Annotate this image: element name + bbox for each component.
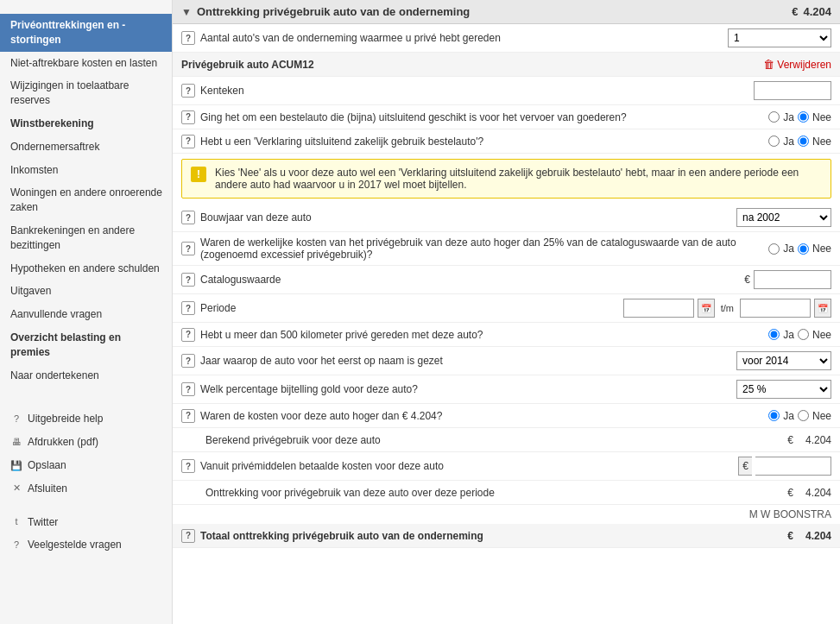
sidebar-tool-uitgebreide-help[interactable]: ?Uitgebreide help <box>0 407 172 431</box>
help-werkelijke[interactable]: ? <box>181 242 195 255</box>
sidebar-item-aanvullende[interactable]: Aanvullende vragen <box>0 303 172 326</box>
twitter-label: Twitter <box>28 515 58 530</box>
meer500-ja-radio[interactable] <box>768 329 780 340</box>
bestel-radio-group: Ja Nee <box>768 111 831 123</box>
sidebar-item-woningen[interactable]: Woningen en andere onroerende zaken <box>0 181 172 219</box>
section-header: ▼ Onttrekking privégebruik auto van de o… <box>173 0 840 24</box>
kosten-ja-radio[interactable] <box>768 410 780 421</box>
sidebar-tool-afdrukken[interactable]: 🖶Afdrukken (pdf) <box>0 431 172 454</box>
sidebar-item-niet-aftrekbare[interactable]: Niet-aftrekbare kosten en lasten <box>0 52 172 75</box>
catalogus-value: € 16.819 <box>744 270 831 289</box>
verwijderen-button[interactable]: 🗑 Verwijderen <box>763 58 831 71</box>
vanuit-label: Vanuit privémiddelen betaalde kosten voo… <box>200 460 733 472</box>
meer500-nee-radio[interactable] <box>798 329 809 340</box>
naam-value: voor 20142014201520162017 <box>736 351 831 370</box>
periode-value: 01-01-2017 📅 t/m 31-12-2017 📅 <box>623 299 831 318</box>
catalogus-row: ? Cataloguswaarde € 16.819 <box>173 266 840 294</box>
verklaring-ja-radio[interactable] <box>768 136 780 147</box>
sidebar-item-uitgaven[interactable]: Uitgaven <box>0 280 172 303</box>
totaal-value: € 4.204 <box>787 530 831 542</box>
help-vanuit[interactable]: ? <box>181 459 195 473</box>
sidebar-item-overzicht[interactable]: Overzicht belasting en premies <box>0 326 172 364</box>
werkelijke-label: Waren de werkelijke kosten van het privé… <box>200 236 763 261</box>
collapse-arrow[interactable]: ▼ <box>181 6 192 18</box>
help-aantal[interactable]: ? <box>181 31 195 45</box>
totaal-amount: 4.204 <box>797 530 831 542</box>
calendar-to-icon[interactable]: 📅 <box>814 299 831 318</box>
sidebar-item-inkomsten[interactable]: Inkomsten <box>0 159 172 182</box>
berekend-value: € 4.204 <box>787 434 831 446</box>
onttrekking-amount: 4.204 <box>797 487 831 499</box>
aantal-label: Aantal auto's van de onderneming waarmee… <box>200 32 723 44</box>
sidebar-item-winstberekening[interactable]: Winstberekening <box>0 112 172 136</box>
bestel-label: Ging het om een bestelauto die (bijna) u… <box>200 111 763 123</box>
sidebar-social-twitter[interactable]: tTwitter <box>0 511 172 534</box>
help-verklaring[interactable]: ? <box>181 135 195 148</box>
meer500-radio-group: Ja Nee <box>768 329 831 341</box>
bouwjaar-value: voor 19871987-19992000-2002na 2002 <box>736 208 831 227</box>
help-kosten[interactable]: ? <box>181 409 195 423</box>
werkelijke-nee-label: Nee <box>812 243 831 255</box>
sidebar-item-ondernemersaftrek[interactable]: Ondernemersaftrek <box>0 136 172 159</box>
sidebar-item-ondertekenen[interactable]: Naar ondertekenen <box>0 364 172 388</box>
percentage-label: Welk percentage bijtelling gold voor dez… <box>200 383 731 395</box>
help-catalogus[interactable]: ? <box>181 273 195 287</box>
onttrekking-label: Onttrekking voor privégebruik van deze a… <box>205 487 782 499</box>
verklaring-nee-radio[interactable] <box>798 136 809 147</box>
twitter-icon: t <box>10 515 22 528</box>
help-naam[interactable]: ? <box>181 354 195 368</box>
werkelijke-ja-radio[interactable] <box>768 243 780 255</box>
werkelijke-nee-radio[interactable] <box>798 243 809 255</box>
vanuit-input[interactable] <box>755 457 831 476</box>
periode-label: Periode <box>200 302 618 314</box>
help-totaal[interactable]: ? <box>181 529 195 543</box>
kosten-nee-label: Nee <box>812 410 831 422</box>
afsluiten-label: Afsluiten <box>28 482 67 496</box>
werkelijke-radio-group: Ja Nee <box>768 243 831 255</box>
onttrekking-row: Onttrekking voor privégebruik van deze a… <box>173 481 840 505</box>
sidebar-item-privé-onttrekkingen[interactable]: Privéonttrekkingen en -stortingen <box>0 14 172 52</box>
naam-select[interactable]: voor 20142014201520162017 <box>736 351 831 370</box>
kosten-nee-radio[interactable] <box>798 410 809 421</box>
uitgebreide-help-label: Uitgebreide help <box>28 412 103 426</box>
bestel-row: ? Ging het om een bestelauto die (bijna)… <box>173 105 840 129</box>
kosten-ja-label: Ja <box>783 410 794 422</box>
bestel-ja-radio[interactable] <box>768 111 780 123</box>
help-meer500[interactable]: ? <box>181 328 195 342</box>
verklaring-row: ? Hebt u een 'Verklaring uitsluitend zak… <box>173 129 840 154</box>
sidebar-tool-afsluiten[interactable]: ✕Afsluiten <box>0 477 172 501</box>
periode-from-input[interactable]: 01-01-2017 <box>623 299 694 318</box>
berekend-euro: € <box>787 434 793 446</box>
verklaring-label: Hebt u een 'Verklaring uitsluitend zakel… <box>200 136 763 148</box>
percentage-select[interactable]: 7 %14 %20 %25 % <box>736 380 831 399</box>
meer500-label: Hebt u meer dan 500 kilometer privé gere… <box>200 329 763 341</box>
aantal-select[interactable]: 123 <box>728 28 831 47</box>
help-percentage[interactable]: ? <box>181 382 195 396</box>
trash-icon: 🗑 <box>763 58 774 71</box>
meer500-ja-label: Ja <box>783 329 794 341</box>
periode-to-input[interactable]: 31-12-2017 <box>740 299 811 318</box>
help-periode[interactable]: ? <box>181 301 195 315</box>
sidebar-social-veelgestelde[interactable]: ?Veelgestelde vragen <box>0 533 172 557</box>
sidebar-item-wijzigingen[interactable]: Wijzigingen in toelaatbare reserves <box>0 74 172 112</box>
help-kenteken[interactable]: ? <box>181 84 195 98</box>
catalogus-input[interactable]: 16.819 <box>754 270 831 289</box>
kenteken-label: Kenteken <box>200 85 748 97</box>
catalogus-euro: € <box>744 274 750 286</box>
bouwjaar-select[interactable]: voor 19871987-19992000-2002na 2002 <box>736 208 831 227</box>
form-area: ? Aantal auto's van de onderneming waarm… <box>173 24 840 548</box>
sidebar-item-hypotheken[interactable]: Hypotheken en andere schulden <box>0 257 172 280</box>
opslaan-icon: 💾 <box>10 459 22 472</box>
bestel-nee-radio[interactable] <box>798 111 809 123</box>
vanuit-euro-prefix: € <box>738 457 752 476</box>
vanuit-row: ? Vanuit privémiddelen betaalde kosten v… <box>173 452 840 481</box>
help-bouwjaar[interactable]: ? <box>181 211 195 224</box>
help-bestel[interactable]: ? <box>181 110 195 124</box>
calendar-from-icon[interactable]: 📅 <box>698 299 715 318</box>
naam-row: ? Jaar waarop de auto voor het eerst op … <box>173 347 840 375</box>
sidebar-item-bankrekeningen[interactable]: Bankrekeningen en andere bezittingen <box>0 219 172 257</box>
owner-text: M W BOONSTRA <box>173 505 840 524</box>
afdrukken-label: Afdrukken (pdf) <box>28 435 98 450</box>
sidebar-tool-opslaan[interactable]: 💾Opslaan <box>0 454 172 477</box>
kenteken-input[interactable]: ACUM12 <box>754 81 831 100</box>
